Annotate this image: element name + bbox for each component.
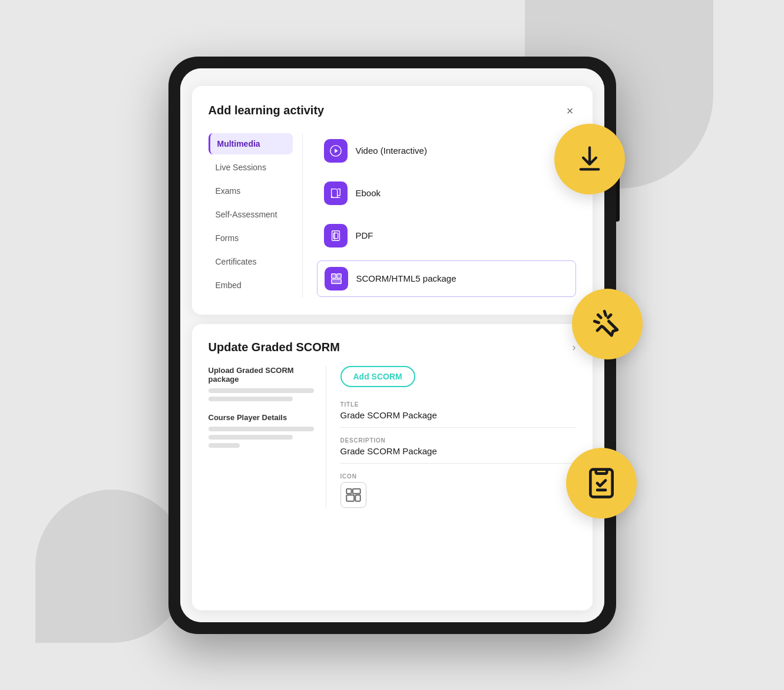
activity-pdf[interactable]: PDF [317,218,576,253]
book-icon [329,187,342,200]
pdf-icon [329,229,342,242]
nav-item-live-sessions[interactable]: Live Sessions [209,157,293,178]
svg-rect-6 [331,273,335,278]
scorm-icon [330,272,343,285]
close-button[interactable]: × [564,103,576,119]
scorm-body: Upload Graded SCORM package Course Playe… [209,366,576,508]
add-scorm-button[interactable]: Add SCORM [340,366,415,387]
title-field-group: TITLE Grade SCORM Package [340,401,576,428]
svg-rect-3 [332,230,339,240]
nav-item-exams[interactable]: Exams [209,180,293,202]
scorm-card-title: Update Graded SCORM [209,341,340,354]
update-graded-scorm-card: Update Graded SCORM › Upload Graded SCOR… [192,324,593,610]
description-field-group: DESCRIPTION Grade SCORM Package [340,437,576,464]
skeleton-3 [209,427,314,431]
nav-item-self-assessment[interactable]: Self-Assessment [209,204,293,225]
svg-rect-10 [352,488,360,493]
nav-item-certificates[interactable]: Certificates [209,251,293,272]
scorm-header: Update Graded SCORM › [209,341,576,354]
scorm-icon-container [325,267,348,290]
scorm-left-panel: Upload Graded SCORM package Course Playe… [209,366,326,508]
svg-rect-9 [346,488,351,493]
cursor-click-icon [590,307,624,341]
skeleton-5 [209,443,240,448]
ebook-icon-container [324,181,348,205]
download-icon [574,144,605,174]
click-circle [572,289,643,359]
skeleton-1 [209,388,314,393]
video-label: Video (Interactive) [356,146,427,156]
course-player-section: Course Player Details [209,413,314,448]
activity-nav-sidebar: Multimedia Live Sessions Exams Self-Asse… [209,133,303,298]
svg-rect-11 [346,495,354,501]
svg-rect-0 [596,470,607,474]
clipboard-check-icon [585,467,618,500]
course-player-label: Course Player Details [209,413,314,422]
modal-title: Add learning activity [209,104,325,117]
svg-rect-12 [355,495,360,501]
modal-header: Add learning activity × [209,103,576,119]
upload-section-label: Upload Graded SCORM package [209,366,314,384]
add-learning-activity-modal: Add learning activity × Multimedia Live … [192,86,593,315]
title-value: Grade SCORM Package [340,410,576,420]
modal-body: Multimedia Live Sessions Exams Self-Asse… [209,133,576,298]
tablet-frame: Add learning activity × Multimedia Live … [168,57,616,634]
activity-ebook[interactable]: Ebook [317,176,576,211]
tablet-screen: Add learning activity × Multimedia Live … [180,68,604,622]
nav-item-embed[interactable]: Embed [209,275,293,296]
description-value: Grade SCORM Package [340,446,576,456]
nav-item-forms[interactable]: Forms [209,227,293,249]
download-circle [554,124,625,194]
video-icon-container [324,139,348,163]
activity-video[interactable]: Video (Interactive) [317,133,576,169]
activity-scorm[interactable]: SCORM/HTML5 package [317,260,576,297]
icon-field-group: ICON [340,473,576,508]
svg-rect-7 [336,273,340,278]
ebook-label: Ebook [356,188,381,198]
clipboard-circle [566,448,637,519]
skeleton-2 [209,397,293,401]
scorm-right-panel: Add SCORM TITLE Grade SCORM Package DESC… [326,366,576,508]
svg-marker-2 [335,148,338,153]
scorm-label: SCORM/HTML5 package [356,273,456,283]
scorm-header-arrow: › [573,341,576,354]
title-label: TITLE [340,401,576,408]
scorm-preview-icon [345,487,362,503]
scorm-icon-preview [340,482,366,508]
video-icon [329,144,342,157]
upload-section: Upload Graded SCORM package [209,366,314,401]
screen-content: Add learning activity × Multimedia Live … [180,68,604,622]
pdf-icon-container [324,224,348,247]
nav-item-multimedia[interactable]: Multimedia [209,133,293,154]
bg-shape-left [35,490,188,643]
svg-rect-8 [331,279,341,283]
activity-content-area: Video (Interactive) Ebook [303,133,576,298]
description-label: DESCRIPTION [340,437,576,444]
svg-rect-4 [333,233,338,238]
tablet-top-bar [345,57,439,67]
icon-label: ICON [340,473,576,480]
skeleton-4 [209,435,293,440]
pdf-label: PDF [356,230,373,240]
